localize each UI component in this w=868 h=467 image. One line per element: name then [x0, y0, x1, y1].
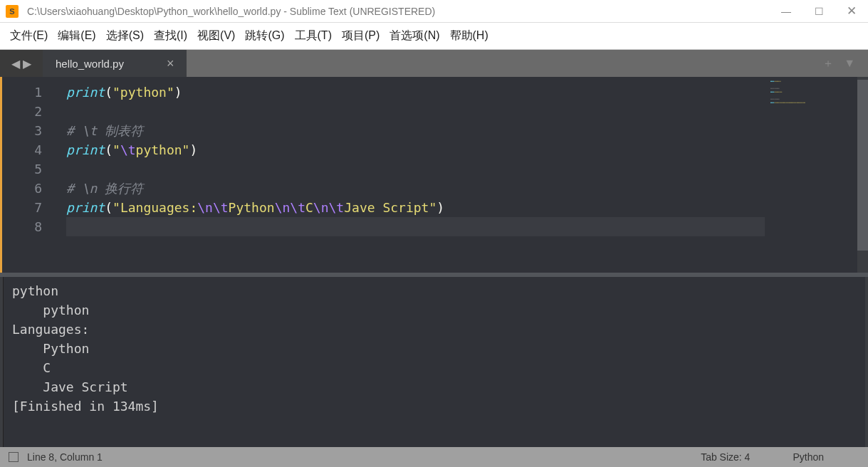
status-tab-size[interactable]: Tab Size: 4 — [701, 451, 750, 463]
gutter: 12345678 — [2, 77, 53, 273]
tab-active[interactable]: hello_world.py × — [43, 50, 187, 77]
code-line: print("python") — [66, 83, 765, 102]
code-line — [66, 102, 765, 121]
menu-view[interactable]: 视图(V) — [197, 28, 235, 43]
menu-goto[interactable]: 跳转(G) — [245, 28, 284, 43]
code-line: print("\tpython") — [66, 140, 765, 159]
menubar: 文件(E) 编辑(E) 选择(S) 查找(I) 视图(V) 跳转(G) 工具(T… — [0, 23, 868, 50]
code-line — [66, 159, 765, 179]
menu-preferences[interactable]: 首选项(N) — [389, 28, 439, 43]
menu-file[interactable]: 文件(E) — [10, 28, 48, 43]
app-icon: S — [6, 5, 19, 18]
maximize-button[interactable]: ☐ — [802, 0, 835, 22]
minimize-button[interactable]: — — [770, 0, 802, 22]
tab-menu-icon[interactable]: ▼ — [844, 57, 855, 70]
line-number: 1 — [2, 83, 42, 102]
tab-strip: ◀ ▶ hello_world.py × ＋ ▼ — [0, 50, 868, 77]
window-title: C:\Users\xiaohuang\Desktop\Python_work\h… — [27, 6, 770, 17]
output-panel[interactable]: python python Languages: Python C Jave S… — [3, 277, 865, 447]
code-line: # \t 制表符 — [66, 121, 765, 140]
editor-area: 12345678 print("python") # \t 制表符print("… — [0, 77, 868, 273]
nav-forward-icon[interactable]: ▶ — [23, 57, 31, 70]
menu-tools[interactable]: 工具(T) — [295, 28, 332, 43]
tab-strip-right: ＋ ▼ — [822, 50, 868, 77]
line-number: 5 — [2, 159, 42, 179]
window-controls: — ☐ ✕ — [770, 0, 868, 22]
line-number: 2 — [2, 102, 42, 121]
nav-back-icon[interactable]: ◀ — [11, 57, 20, 70]
panel-switcher-icon[interactable] — [9, 452, 19, 462]
scroll-thumb[interactable] — [857, 80, 868, 251]
menu-find[interactable]: 查找(I) — [154, 28, 187, 43]
menu-project[interactable]: 项目(P) — [342, 28, 380, 43]
line-number: 7 — [2, 198, 42, 217]
menu-edit[interactable]: 编辑(E) — [58, 28, 95, 43]
line-number: 3 — [2, 121, 42, 140]
line-number: 4 — [2, 140, 42, 159]
code-line — [66, 217, 765, 236]
vertical-scrollbar[interactable] — [857, 77, 868, 273]
line-number: 6 — [2, 179, 42, 198]
status-position: Line 8, Column 1 — [27, 451, 103, 463]
add-tab-icon[interactable]: ＋ — [822, 56, 834, 71]
code-line: # \n 换行符 — [66, 179, 765, 198]
close-button[interactable]: ✕ — [835, 0, 868, 22]
minimap[interactable]: ▬▬▬▬▬▬▬▬ ▬▬▬▬▬▬▬ ▬▬▬▬▬▬▬▬▬ ▬▬▬▬▬▬▬ ▬▬▬▬▬… — [765, 77, 857, 273]
code-editor[interactable]: print("python") # \t 制表符print("\tpython"… — [53, 77, 765, 273]
line-number: 8 — [2, 217, 42, 236]
status-right: Tab Size: 4 Python — [701, 451, 859, 463]
menu-help[interactable]: 帮助(H) — [450, 28, 488, 43]
titlebar: S C:\Users\xiaohuang\Desktop\Python_work… — [0, 0, 868, 23]
tab-nav-arrows: ◀ ▶ — [0, 50, 43, 77]
code-line: print("Languages:\n\tPython\n\tC\n\tJave… — [66, 198, 765, 217]
tab-label: hello_world.py — [56, 58, 124, 70]
status-syntax[interactable]: Python — [793, 451, 824, 463]
statusbar: Line 8, Column 1 Tab Size: 4 Python — [0, 447, 868, 467]
menu-select[interactable]: 选择(S) — [106, 28, 144, 43]
tab-close-icon[interactable]: × — [167, 56, 174, 71]
